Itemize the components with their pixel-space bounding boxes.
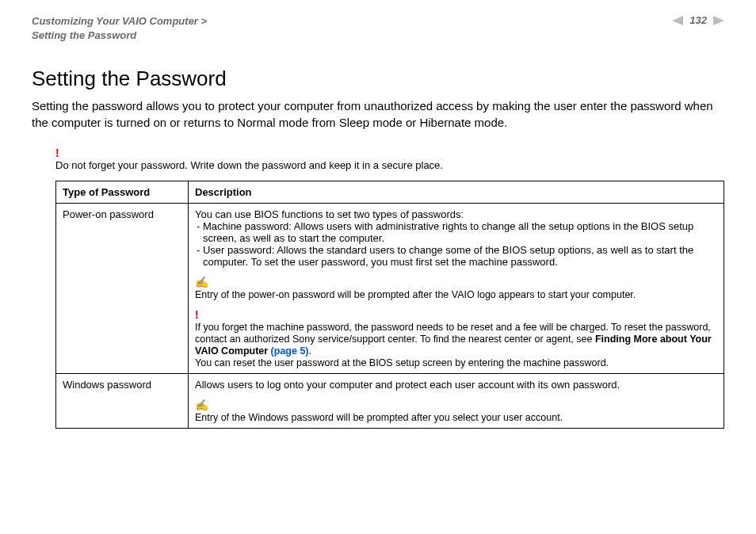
svg-marker-0 bbox=[672, 16, 683, 25]
desc-lead: You can use BIOS functions to set two ty… bbox=[195, 208, 717, 220]
top-warning: ! Do not forget your password. Write dow… bbox=[55, 147, 724, 171]
note-icon: ✍ bbox=[195, 399, 208, 411]
table-header-row: Type of Password Description bbox=[56, 181, 724, 204]
cell-type: Windows password bbox=[56, 374, 189, 429]
page-header: Customizing Your VAIO Computer > Setting… bbox=[32, 14, 724, 43]
warn-tail: You can reset the user password at the B… bbox=[195, 357, 609, 368]
note-icon: ✍ bbox=[195, 276, 208, 288]
page-link[interactable]: (page 5) bbox=[271, 345, 309, 357]
breadcrumb: Customizing Your VAIO Computer > Setting… bbox=[32, 14, 207, 43]
pager: 132 bbox=[672, 14, 724, 26]
table-row: Windows password Allows users to log ont… bbox=[56, 374, 724, 429]
warn-post: . bbox=[309, 345, 311, 357]
col-header-type: Type of Password bbox=[56, 181, 189, 204]
desc-lead: Allows users to log onto your computer a… bbox=[195, 379, 717, 391]
top-warning-text: Do not forget your password. Write down … bbox=[55, 159, 443, 171]
breadcrumb-line2: Setting the Password bbox=[32, 29, 207, 43]
prev-page-arrow-icon[interactable] bbox=[672, 16, 683, 25]
breadcrumb-line1: Customizing Your VAIO Computer > bbox=[32, 14, 207, 29]
warning-icon: ! bbox=[195, 308, 199, 321]
table-row: Power-on password You can use BIOS funct… bbox=[56, 204, 724, 374]
desc-bullet: User password: Allows the standard users… bbox=[195, 244, 717, 268]
cell-type: Power-on password bbox=[56, 204, 189, 374]
note-text: Entry of the Windows password will be pr… bbox=[195, 412, 563, 423]
note-text: Entry of the power-on password will be p… bbox=[195, 289, 636, 300]
page-title: Setting the Password bbox=[32, 67, 724, 91]
svg-marker-1 bbox=[713, 16, 724, 25]
intro-paragraph: Setting the password allows you to prote… bbox=[32, 97, 724, 131]
warn-text: If you forget the machine password, the … bbox=[195, 322, 712, 357]
next-page-arrow-icon[interactable] bbox=[713, 16, 724, 25]
document-page: Customizing Your VAIO Computer > Setting… bbox=[0, 0, 756, 534]
page-number: 132 bbox=[689, 14, 707, 26]
cell-desc: Allows users to log onto your computer a… bbox=[189, 374, 724, 429]
cell-desc: You can use BIOS functions to set two ty… bbox=[189, 204, 724, 374]
warning-icon: ! bbox=[55, 147, 59, 159]
desc-bullet: Machine password: Allows users with admi… bbox=[195, 220, 717, 244]
col-header-desc: Description bbox=[189, 181, 724, 204]
password-table: Type of Password Description Power-on pa… bbox=[55, 181, 724, 429]
